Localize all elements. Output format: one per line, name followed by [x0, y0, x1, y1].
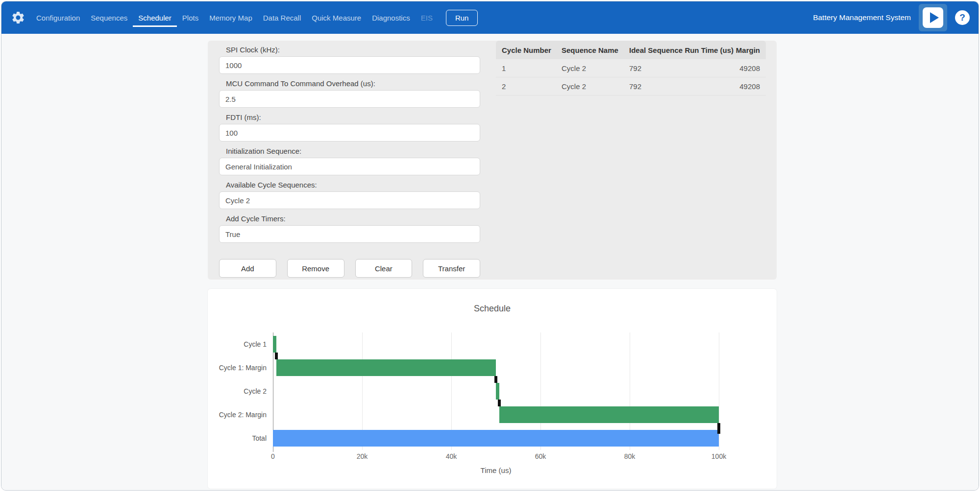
clear-button[interactable]: Clear — [355, 259, 413, 278]
chart-bar-cycle-2 — [496, 383, 499, 400]
nav-item-quick-measure[interactable]: Quick Measure — [306, 9, 367, 27]
initialization-sequence-input[interactable] — [219, 158, 480, 175]
app-window: ConfigurationSequencesSchedulerPlotsMemo… — [1, 1, 979, 491]
x-tick-label: 40k — [437, 452, 466, 460]
form-buttons: AddRemoveClearTransfer — [219, 259, 480, 278]
nav-item-plots[interactable]: Plots — [177, 9, 204, 27]
table-cell: 792 — [629, 64, 735, 72]
x-tick-label: 80k — [615, 452, 644, 460]
chart-plot — [273, 332, 719, 450]
bar-end-marker — [717, 427, 720, 434]
table-cell: Cycle 2 — [562, 64, 629, 72]
table-cell: 1 — [502, 64, 562, 72]
table-header-ideal-sequence-run-time-us: Ideal Sequence Run Time (us) — [629, 46, 735, 54]
scheduler-page: SPI Clock (kHz):MCU Command To Command O… — [1, 34, 979, 490]
available-cycle-sequences-input[interactable] — [219, 191, 480, 209]
cycles-table: Cycle NumberSequence NameIdeal Sequence … — [496, 41, 766, 95]
remove-button[interactable]: Remove — [287, 259, 344, 278]
y-category-label: Total — [252, 426, 267, 450]
top-navigation-bar: ConfigurationSequencesSchedulerPlotsMemo… — [1, 1, 979, 34]
field-label: Initialization Sequence: — [226, 147, 480, 155]
table-cell: 49208 — [735, 82, 760, 91]
nav-item-sequences[interactable]: Sequences — [85, 9, 133, 27]
bar-end-marker — [275, 353, 278, 359]
form-field-initialization-sequence: Initialization Sequence: — [219, 147, 480, 175]
nav-item-data-recall[interactable]: Data Recall — [258, 9, 307, 27]
scheduler-config-panel: SPI Clock (kHz):MCU Command To Command O… — [208, 41, 777, 280]
bar-end-marker — [498, 400, 501, 406]
x-tick-label: 60k — [526, 452, 555, 460]
table-body: 1Cycle 2792492082Cycle 279249208 — [496, 59, 766, 95]
chart-bar-cycle-2-margin — [499, 406, 719, 423]
chart-title: Schedule — [208, 304, 777, 314]
y-category-label: Cycle 1: Margin — [219, 356, 267, 379]
nav-item-configuration[interactable]: Configuration — [31, 9, 85, 27]
table-cell: 2 — [502, 82, 562, 91]
fdti-ms-input[interactable] — [219, 124, 480, 142]
schedule-chart-card: Schedule Cycle 1Cycle 1: MarginCycle 2Cy… — [208, 289, 777, 489]
chart-bar-cycle-1 — [273, 336, 276, 353]
main-nav: ConfigurationSequencesSchedulerPlotsMemo… — [31, 9, 438, 27]
x-tick-label: 20k — [347, 452, 377, 460]
nav-item-eis[interactable]: EIS — [416, 9, 438, 27]
field-label: FDTI (ms): — [226, 113, 480, 121]
nav-item-scheduler[interactable]: Scheduler — [133, 9, 177, 27]
table-header-cycle-number: Cycle Number — [502, 46, 562, 54]
y-category-label: Cycle 2 — [244, 379, 267, 403]
table-cell: Cycle 2 — [562, 82, 629, 91]
transfer-button[interactable]: Transfer — [423, 259, 480, 278]
form-field-available-cycle-sequences: Available Cycle Sequences: — [219, 181, 480, 209]
x-tick-label: 0 — [258, 452, 288, 460]
help-icon[interactable]: ? — [955, 10, 970, 25]
table-cell: 49208 — [735, 64, 760, 72]
y-category-label: Cycle 2: Margin — [219, 403, 267, 426]
add-cycle-timers-input[interactable] — [219, 225, 480, 243]
table-cell: 792 — [629, 82, 735, 91]
nav-item-diagnostics[interactable]: Diagnostics — [367, 9, 416, 27]
x-tick-label: 100k — [704, 452, 734, 460]
table-header-sequence-name: Sequence Name — [562, 46, 629, 54]
mcu-command-to-command-overhead-us-input[interactable] — [219, 90, 480, 108]
settings-gear-icon[interactable] — [10, 10, 26, 25]
play-icon — [923, 7, 943, 28]
y-category-label: Cycle 1 — [244, 332, 267, 356]
form-field-fdti-ms: FDTI (ms): — [219, 113, 480, 142]
chart-bar-total — [273, 430, 719, 447]
app-title: Battery Management System — [813, 13, 911, 22]
play-triangle-icon — [930, 12, 939, 23]
topbar-right-group: Battery Management System ? — [813, 4, 970, 31]
table-header-row: Cycle NumberSequence NameIdeal Sequence … — [496, 41, 766, 59]
field-label: Add Cycle Timers: — [226, 214, 480, 223]
run-button[interactable]: Run — [446, 10, 478, 26]
chart-x-ticks: 020k40k60k80k100k — [273, 452, 719, 461]
chart-x-axis-label: Time (us) — [273, 466, 719, 474]
form-field-spi-clock-khz: SPI Clock (kHz): — [219, 46, 480, 74]
form-field-mcu-command-to-command-overhead-us: MCU Command To Command Overhead (us): — [219, 79, 480, 108]
nav-item-memory-map[interactable]: Memory Map — [204, 9, 258, 27]
chart-y-labels: Cycle 1Cycle 1: MarginCycle 2Cycle 2: Ma… — [208, 332, 270, 450]
field-label: MCU Command To Command Overhead (us): — [226, 79, 480, 88]
play-button[interactable] — [919, 4, 947, 31]
spi-clock-khz-input[interactable] — [219, 56, 480, 74]
table-row[interactable]: 1Cycle 279249208 — [496, 59, 766, 77]
form-field-add-cycle-timers: Add Cycle Timers: — [219, 214, 480, 243]
bar-end-marker — [494, 376, 497, 383]
add-button[interactable]: Add — [219, 259, 276, 278]
table-header-margin: Margin — [735, 46, 760, 54]
scheduler-form: SPI Clock (kHz):MCU Command To Command O… — [219, 46, 480, 248]
chart-bar-cycle-1-margin — [276, 359, 496, 376]
field-label: SPI Clock (kHz): — [226, 46, 480, 54]
field-label: Available Cycle Sequences: — [226, 181, 480, 189]
table-row[interactable]: 2Cycle 279249208 — [496, 77, 766, 95]
